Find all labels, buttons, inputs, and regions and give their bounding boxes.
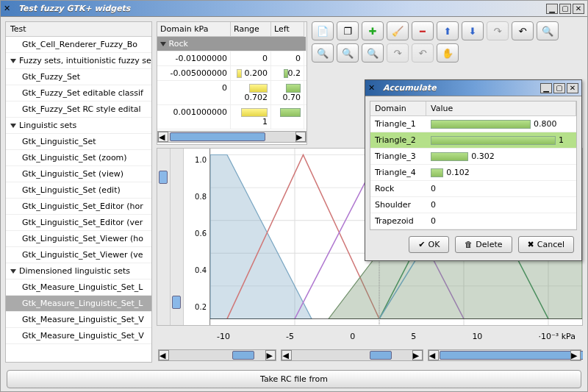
dialog-titlebar[interactable]: ✕ Accumulate ▁ ▢ ✕ xyxy=(365,80,581,96)
cursor-button[interactable]: ✋ xyxy=(437,43,459,63)
bottom-hscroll-3[interactable]: ◀▶ xyxy=(428,349,581,361)
maximize-button[interactable]: ▢ xyxy=(559,4,571,14)
accumulate-row[interactable]: Rock0 xyxy=(370,181,576,197)
dialog-maximize-button[interactable]: ▢ xyxy=(553,83,565,93)
dialog-cancel-button[interactable]: ✖ Cancel xyxy=(518,236,574,253)
tree-item[interactable]: Gtk_Measure_Linguistic_Set_V xyxy=(6,328,151,344)
up-button[interactable]: ⬆ xyxy=(437,21,459,40)
tree-item[interactable]: Gtk_Cell_Renderer_Fuzzy_Bo xyxy=(6,37,151,53)
col-range[interactable]: Range xyxy=(231,22,271,37)
zoom-in-button[interactable]: 🔍 xyxy=(537,21,559,40)
accumulate-dialog: ✕ Accumulate ▁ ▢ ✕ DomainValue Triangle_… xyxy=(365,79,582,261)
accumulate-row[interactable]: Shoulder0 xyxy=(370,197,576,213)
take-rc-button[interactable]: Take RC file from xyxy=(7,370,581,388)
dialog-delete-button[interactable]: 🗑 Delete xyxy=(455,236,512,253)
table-row[interactable]: 0.001000000 1 xyxy=(157,105,306,129)
tree-item[interactable]: Gtk_Fuzzy_Set xyxy=(6,69,151,85)
accumulate-row[interactable]: Triangle_30.302 xyxy=(370,149,576,165)
clear-button[interactable]: 🧹 xyxy=(387,21,409,40)
tree-item[interactable]: Gtk_Linguistic_Set_Viewer (ve xyxy=(6,247,151,263)
tree-item[interactable]: Gtk_Fuzzy_Set editable classif xyxy=(6,85,151,101)
remove-button[interactable]: ━ xyxy=(412,21,434,40)
zoom-fit-button[interactable]: 🔍 xyxy=(337,43,359,63)
col-domain[interactable]: Domain kPa xyxy=(157,22,231,37)
tree-item[interactable]: Fuzzy sets, intuitionistic fuzzy sets, xyxy=(6,53,151,69)
zoom-out-button[interactable]: 🔍 xyxy=(312,43,334,63)
tree-item[interactable]: Gtk_Linguistic_Set (zoom) xyxy=(6,150,151,166)
main-titlebar[interactable]: ✕ Test fuzzy GTK+ widgets ▁ ▢ ✕ xyxy=(1,1,587,17)
col-left[interactable]: Left xyxy=(271,22,304,37)
tree-item[interactable]: Gtk_Linguistic_Set (view) xyxy=(6,166,151,182)
tree-item[interactable]: Gtk_Linguistic_Set_Editor (ver xyxy=(6,215,151,231)
dialog-title: Accumulate xyxy=(383,83,437,93)
tree-item[interactable]: Gtk_Linguistic_Set (edit) xyxy=(6,182,151,199)
undo-button[interactable]: ↶ xyxy=(512,21,534,40)
dialog-minimize-button[interactable]: ▁ xyxy=(540,83,552,93)
table-row[interactable]: -0.01000000 00 xyxy=(157,51,306,66)
redo2-button[interactable]: ↷ xyxy=(387,43,409,63)
undo2-button[interactable]: ↶ xyxy=(412,43,434,63)
bottom-hscroll-1[interactable]: ◀▶ xyxy=(158,349,276,361)
minimize-button[interactable]: ▁ xyxy=(546,4,558,14)
svg-marker-11 xyxy=(210,155,312,319)
bottom-hscroll-2[interactable]: ◀▶ xyxy=(281,349,423,361)
down-button[interactable]: ⬇ xyxy=(462,21,484,40)
plot-vslider-2[interactable] xyxy=(171,149,184,325)
plot-x-axis: -10-50510·10⁻³ kPa xyxy=(209,329,583,345)
new-button[interactable]: 📄 xyxy=(312,21,334,40)
footer: Take RC file from xyxy=(1,367,587,391)
domain-table[interactable]: Domain kPa Range Left Rock -0.01000000 0… xyxy=(157,21,307,145)
tree-item[interactable]: Gtk_Measure_Linguistic_Set_L xyxy=(6,296,151,312)
zoom-100-button[interactable]: 🔍 xyxy=(362,43,384,63)
tree-item[interactable]: Linguistic sets xyxy=(6,118,151,134)
table-row[interactable]: 0 0.7020.70 xyxy=(157,81,306,105)
tree-item[interactable]: Gtk_Measure_Linguistic_Set_L xyxy=(6,279,151,296)
tree-header[interactable]: Test xyxy=(6,22,151,37)
accumulate-grid[interactable]: DomainValue Triangle_10.800Triangle_21Tr… xyxy=(370,101,577,230)
redo-button[interactable]: ↷ xyxy=(487,21,509,40)
tree-item[interactable]: Gtk_Linguistic_Set_Viewer (ho xyxy=(6,231,151,247)
test-tree-panel: Test Gtk_Cell_Renderer_Fuzzy_BoFuzzy set… xyxy=(5,21,152,363)
tree-item[interactable]: Gtk_Linguistic_Set_Editor (hor xyxy=(6,199,151,215)
tree-item[interactable]: Gtk_Linguistic_Set xyxy=(6,134,151,150)
accumulate-row[interactable]: Triangle_21 xyxy=(370,132,576,149)
table-hscroll[interactable]: ◀▶ xyxy=(157,131,306,143)
dialog-close-button[interactable]: ✕ xyxy=(567,83,578,93)
tree-item[interactable]: Gtk_Measure_Linguistic_Set_V xyxy=(6,312,151,328)
test-tree[interactable]: Gtk_Cell_Renderer_Fuzzy_BoFuzzy sets, in… xyxy=(6,37,151,362)
tree-item[interactable]: Dimensioned linguistic sets xyxy=(6,263,151,279)
app-icon: ✕ xyxy=(4,4,14,14)
table-group-header[interactable]: Rock xyxy=(157,37,306,51)
window-title: Test fuzzy GTK+ widgets xyxy=(18,4,130,13)
accumulate-row[interactable]: Triangle_10.800 xyxy=(370,116,576,132)
plot-y-axis: 0.00.20.40.60.81.0 xyxy=(184,149,210,325)
table-row[interactable]: -0.005000000 0.2000.2 xyxy=(157,66,306,81)
dialog-ok-button[interactable]: ✔ OK xyxy=(409,236,449,253)
accumulate-row[interactable]: Triangle_40.102 xyxy=(370,165,576,181)
dialog-icon: ✕ xyxy=(368,83,379,93)
plot-vslider-1[interactable] xyxy=(157,149,171,325)
tree-item[interactable]: Gtk_Fuzzy_Set RC style edital xyxy=(6,101,151,118)
copy-button[interactable]: ❐ xyxy=(337,21,359,40)
add-button[interactable]: ✚ xyxy=(362,21,384,40)
close-button[interactable]: ✕ xyxy=(573,4,584,14)
accumulate-row[interactable]: Trapezoid0 xyxy=(370,213,576,229)
